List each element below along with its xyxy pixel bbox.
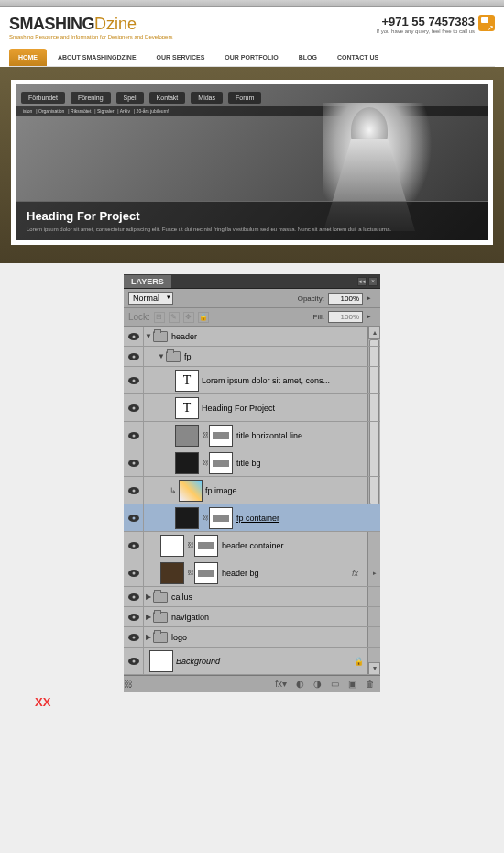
call-icon[interactable] <box>478 15 495 31</box>
hero-tab[interactable]: Kontakt <box>149 92 186 104</box>
main-nav: HOME ABOUT SMASHINGDZINE OUR SERVICES OU… <box>9 49 495 67</box>
nav-contact[interactable]: CONTACT US <box>328 49 388 66</box>
disclosure-triangle[interactable]: ▼ <box>144 332 153 340</box>
visibility-toggle[interactable] <box>124 648 144 674</box>
nav-services[interactable]: OUR SERVICES <box>148 49 214 66</box>
logo-main: SMASHING <box>9 15 94 33</box>
layer-text-heading[interactable]: T Heading For Project <box>124 394 380 422</box>
mask-thumb <box>194 535 218 557</box>
svg-point-11 <box>132 461 135 464</box>
layers-tab[interactable]: LAYERS <box>124 275 171 288</box>
visibility-toggle[interactable] <box>124 422 144 449</box>
hero-tab[interactable]: Spel <box>116 92 144 104</box>
layer-name[interactable]: title bg <box>236 459 261 468</box>
fill-input[interactable]: 100% <box>328 311 363 323</box>
lock-all-icon[interactable]: 🔒 <box>198 312 209 323</box>
fx-menu-icon[interactable]: fx▾ <box>275 679 287 689</box>
layer-title-bg[interactable]: ⛓ title bg <box>124 449 380 477</box>
visibility-toggle[interactable] <box>124 477 144 504</box>
lock-pixels-icon[interactable]: ✎ <box>169 312 180 323</box>
svg-point-9 <box>132 434 135 437</box>
svg-point-19 <box>132 571 135 574</box>
layer-name[interactable]: fp container <box>236 514 279 523</box>
fx-badge[interactable]: fx <box>352 569 358 578</box>
visibility-toggle[interactable] <box>124 587 144 606</box>
layer-name[interactable]: header <box>171 332 197 341</box>
collapse-icon[interactable]: ◂◂ <box>357 277 367 286</box>
nav-about[interactable]: ABOUT SMASHINGDZINE <box>49 49 146 66</box>
layer-group-header[interactable]: ▼ header <box>124 327 380 347</box>
layer-name[interactable]: header bg <box>222 569 259 578</box>
layer-name[interactable]: fp <box>184 352 192 361</box>
smartobject-thumb <box>179 480 203 502</box>
disclosure-triangle[interactable]: ▼ <box>157 352 166 360</box>
layer-group-callus[interactable]: ▶ callus <box>124 587 380 607</box>
visibility-toggle[interactable] <box>124 394 144 421</box>
visibility-toggle[interactable] <box>124 607 144 626</box>
layer-group-navigation[interactable]: ▶ navigation <box>124 607 380 627</box>
disclosure-triangle[interactable]: ▶ <box>144 613 153 621</box>
layer-name[interactable]: Heading For Project <box>202 404 275 413</box>
layer-name[interactable]: Lorem ipsum dolor sit amet, cons... <box>202 376 330 385</box>
visibility-toggle[interactable] <box>124 559 144 586</box>
folder-icon <box>166 351 181 362</box>
layer-name[interactable]: Background <box>176 657 220 666</box>
hero-tab[interactable]: Förbundet <box>21 92 65 104</box>
phone-number: +971 55 7457383 <box>377 15 475 28</box>
fx-disclosure-icon[interactable]: ▸ <box>373 570 377 577</box>
hero-tab[interactable]: Förening <box>71 92 111 104</box>
svg-point-27 <box>132 659 135 662</box>
mask-thumb <box>209 507 233 529</box>
nav-portfolio[interactable]: OUR PORTFOLIO <box>215 49 287 66</box>
opacity-label: Opacity: <box>298 294 324 303</box>
layer-text-lorem[interactable]: T Lorem ipsum dolor sit amet, cons... <box>124 367 380 394</box>
lock-transparency-icon[interactable]: ⊞ <box>154 312 165 323</box>
disclosure-triangle[interactable]: ▶ <box>144 593 153 601</box>
layer-title-line[interactable]: ⛓ title horizontal line <box>124 422 380 449</box>
layer-fp-image[interactable]: ↳ fp image <box>124 477 380 504</box>
visibility-toggle[interactable] <box>124 327 144 346</box>
layer-group-logo[interactable]: ▶ logo <box>124 627 380 648</box>
opacity-input[interactable]: 100% <box>328 293 363 305</box>
layer-name[interactable]: header container <box>222 541 284 550</box>
disclosure-triangle[interactable]: ▶ <box>144 633 153 641</box>
new-group-icon[interactable]: ▭ <box>331 679 339 689</box>
layer-header-bg[interactable]: ⛓ header bg fx ▸ <box>124 559 380 587</box>
layer-fp-container[interactable]: ⛓ fp container <box>124 504 380 532</box>
layer-thumb <box>160 535 184 557</box>
folder-icon <box>153 592 168 603</box>
hero-tab[interactable]: Midas <box>191 92 223 104</box>
clip-indicator-icon: ↳ <box>170 486 177 495</box>
layer-group-fp[interactable]: ▼ fp <box>124 347 380 367</box>
visibility-toggle[interactable] <box>124 532 144 559</box>
close-icon[interactable]: × <box>368 277 378 286</box>
lock-position-icon[interactable]: ✥ <box>183 312 194 323</box>
layer-background[interactable]: Background 🔒 <box>124 648 380 675</box>
layer-name[interactable]: navigation <box>171 613 209 622</box>
lock-row: Lock: ⊞ ✎ ✥ 🔒 Fill: 100% <box>124 308 380 327</box>
spacer <box>0 263 504 274</box>
svg-point-5 <box>132 379 135 382</box>
hero-tab[interactable]: Forum <box>228 92 261 104</box>
blend-mode-select[interactable]: Normal <box>128 292 173 305</box>
folder-icon <box>153 632 168 643</box>
layer-name[interactable]: logo <box>171 633 187 642</box>
visibility-toggle[interactable] <box>124 367 144 393</box>
nav-blog[interactable]: BLOG <box>290 49 326 66</box>
visibility-toggle[interactable] <box>124 627 144 647</box>
layer-name[interactable]: callus <box>171 593 192 602</box>
adjustment-icon[interactable]: ◑ <box>313 679 322 689</box>
layer-name[interactable]: title horizontal line <box>236 431 302 440</box>
text-layer-icon: T <box>175 370 199 392</box>
visibility-toggle[interactable] <box>124 504 144 531</box>
svg-point-17 <box>132 544 135 547</box>
nav-home[interactable]: HOME <box>9 49 47 66</box>
mask-icon[interactable]: ◐ <box>296 679 304 689</box>
layer-header-container[interactable]: ⛓ header container <box>124 532 380 559</box>
visibility-toggle[interactable] <box>124 347 144 366</box>
new-layer-icon[interactable]: ▣ <box>348 679 356 689</box>
visibility-toggle[interactable] <box>124 449 144 476</box>
link-layers-icon[interactable]: ⛓ <box>124 679 133 689</box>
layer-name[interactable]: fp image <box>205 486 237 495</box>
trash-icon[interactable]: 🗑 <box>366 679 375 689</box>
